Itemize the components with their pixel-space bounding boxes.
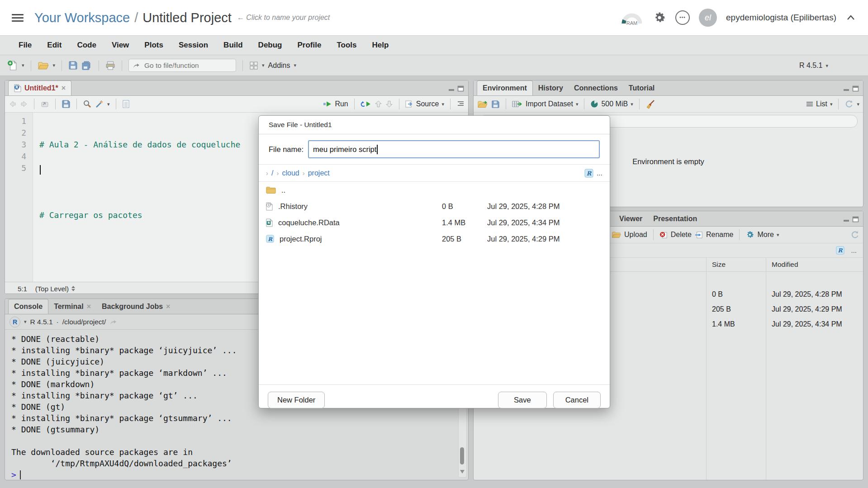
- r-version-selector[interactable]: R 4.5.1: [799, 55, 828, 76]
- tab-viewer[interactable]: Viewer: [614, 211, 648, 226]
- addins-button[interactable]: Addins: [268, 62, 290, 70]
- file-row-rproj[interactable]: R project.Rproj 205 B Jul 29, 2025, 4:29…: [259, 231, 610, 247]
- cancel-button[interactable]: Cancel: [553, 392, 601, 408]
- avatar[interactable]: el: [699, 9, 717, 27]
- size-column-header[interactable]: Size: [712, 261, 726, 269]
- refresh-icon[interactable]: [844, 100, 854, 108]
- file-name-input[interactable]: meu primeiro script: [308, 140, 600, 158]
- forward-icon[interactable]: [20, 100, 28, 108]
- tab-close-icon[interactable]: [62, 84, 66, 92]
- save-icon[interactable]: [62, 99, 71, 109]
- goto-file-input[interactable]: [143, 61, 222, 70]
- import-dataset-button[interactable]: Import Dataset: [512, 100, 578, 108]
- modified-column-header[interactable]: Modified: [772, 261, 798, 269]
- source-down-icon[interactable]: [385, 100, 393, 108]
- background-jobs-close-icon[interactable]: [166, 303, 170, 311]
- tab-history[interactable]: History: [533, 81, 569, 95]
- grid-dropdown-icon[interactable]: [262, 62, 265, 68]
- new-file-icon[interactable]: [7, 60, 18, 71]
- files-more-ellipsis[interactable]: ...: [851, 246, 857, 254]
- upload-button[interactable]: Upload: [612, 231, 647, 239]
- menu-debug[interactable]: Debug: [251, 41, 290, 50]
- source-up-icon[interactable]: [375, 100, 382, 108]
- file-row-parent-dir[interactable]: ..: [259, 182, 610, 198]
- menu-profile[interactable]: Profile: [290, 41, 329, 50]
- code-tools-dropdown-icon[interactable]: [107, 101, 110, 107]
- popout-window-icon[interactable]: [40, 100, 49, 108]
- open-directory-arrow-icon[interactable]: [109, 319, 118, 325]
- save-workspace-icon[interactable]: [491, 100, 500, 109]
- back-icon[interactable]: [9, 100, 17, 108]
- minimize-pane-icon[interactable]: [843, 85, 849, 92]
- tab-untitled1[interactable]: R Untitled1*: [8, 81, 71, 95]
- save-all-icon[interactable]: [81, 61, 92, 71]
- goto-file-box[interactable]: [128, 59, 236, 72]
- maximize-pane-icon[interactable]: [852, 85, 859, 92]
- r-logo-icon[interactable]: R: [9, 317, 20, 327]
- menu-help[interactable]: Help: [364, 41, 396, 50]
- save-icon[interactable]: [68, 61, 78, 70]
- clear-objects-broom-icon[interactable]: [645, 99, 655, 109]
- tab-connections[interactable]: Connections: [569, 81, 623, 95]
- find-replace-icon[interactable]: [83, 99, 92, 109]
- menu-edit[interactable]: Edit: [39, 41, 69, 50]
- terminal-close-icon[interactable]: [87, 303, 91, 311]
- tab-tutorial[interactable]: Tutorial: [623, 81, 660, 95]
- environment-view-selector[interactable]: List: [806, 100, 832, 108]
- workspace-link[interactable]: Your Workspace: [34, 10, 130, 25]
- r-session-dropdown-icon[interactable]: [24, 319, 27, 325]
- project-title[interactable]: Untitled Project: [142, 10, 232, 25]
- document-outline-icon[interactable]: [456, 101, 465, 107]
- print-icon[interactable]: [105, 61, 115, 70]
- menu-build[interactable]: Build: [216, 41, 251, 50]
- rename-button[interactable]: Rename: [695, 231, 733, 239]
- compile-report-grid-icon[interactable]: [249, 61, 258, 70]
- save-button[interactable]: Save: [498, 392, 547, 408]
- chevron-up-icon[interactable]: [845, 14, 856, 22]
- refresh-dropdown-icon[interactable]: [857, 101, 859, 107]
- compile-notebook-icon[interactable]: [122, 99, 130, 109]
- source-button[interactable]: Source: [405, 100, 444, 108]
- breadcrumb-cloud[interactable]: cloud: [282, 169, 299, 177]
- tab-presentation[interactable]: Presentation: [648, 211, 702, 226]
- more-button[interactable]: More: [745, 230, 779, 239]
- maximize-pane-icon[interactable]: [457, 85, 464, 92]
- scrollbar-down-arrow-icon[interactable]: [460, 470, 465, 474]
- menu-session[interactable]: Session: [171, 41, 216, 50]
- minimize-pane-icon[interactable]: [448, 85, 455, 92]
- new-file-dropdown-icon[interactable]: [22, 62, 24, 68]
- open-recent-dropdown-icon[interactable]: [53, 62, 56, 68]
- code-tools-wand-icon[interactable]: [95, 99, 104, 109]
- tab-background-jobs[interactable]: Background Jobs: [96, 299, 175, 314]
- menu-tools[interactable]: Tools: [329, 41, 364, 50]
- hamburger-menu-icon[interactable]: [12, 14, 24, 22]
- run-button[interactable]: Run: [323, 100, 348, 108]
- tab-terminal[interactable]: Terminal: [48, 299, 96, 314]
- file-row-rhistory[interactable]: .Rhistory 0 B Jul 29, 2025, 4:28 PM: [259, 198, 610, 214]
- breadcrumb-more-button[interactable]: ...: [597, 169, 602, 177]
- tab-console[interactable]: Console: [8, 299, 48, 314]
- minimize-pane-icon[interactable]: [843, 216, 849, 223]
- settings-gear-icon[interactable]: [653, 11, 666, 24]
- menu-plots[interactable]: Plots: [137, 41, 171, 50]
- scrollbar-thumb[interactable]: [460, 447, 464, 464]
- breadcrumb-root[interactable]: /: [271, 169, 273, 177]
- breadcrumb-project[interactable]: project: [308, 169, 330, 177]
- file-row-rdata[interactable]: R coqueluche.RData 1.4 MB Jul 29, 2025, …: [259, 214, 610, 231]
- memory-usage-button[interactable]: 500 MiB: [590, 100, 633, 108]
- load-workspace-icon[interactable]: [477, 100, 488, 109]
- maximize-pane-icon[interactable]: [852, 216, 859, 223]
- more-options-icon[interactable]: •••: [675, 10, 690, 25]
- connections-tab-label: Connections: [574, 84, 618, 92]
- tab-environment[interactable]: Environment: [477, 81, 533, 95]
- rerun-icon[interactable]: [360, 101, 371, 107]
- delete-button[interactable]: Delete: [659, 231, 692, 239]
- open-file-icon[interactable]: [38, 61, 49, 70]
- refresh-icon[interactable]: [850, 231, 859, 239]
- addins-dropdown-icon[interactable]: [294, 62, 297, 68]
- menu-file[interactable]: File: [11, 41, 39, 50]
- username[interactable]: epydemiologista (Epilibertas): [726, 13, 836, 23]
- new-folder-button[interactable]: New Folder: [268, 392, 325, 408]
- menu-view[interactable]: View: [104, 41, 137, 50]
- menu-code[interactable]: Code: [69, 41, 104, 50]
